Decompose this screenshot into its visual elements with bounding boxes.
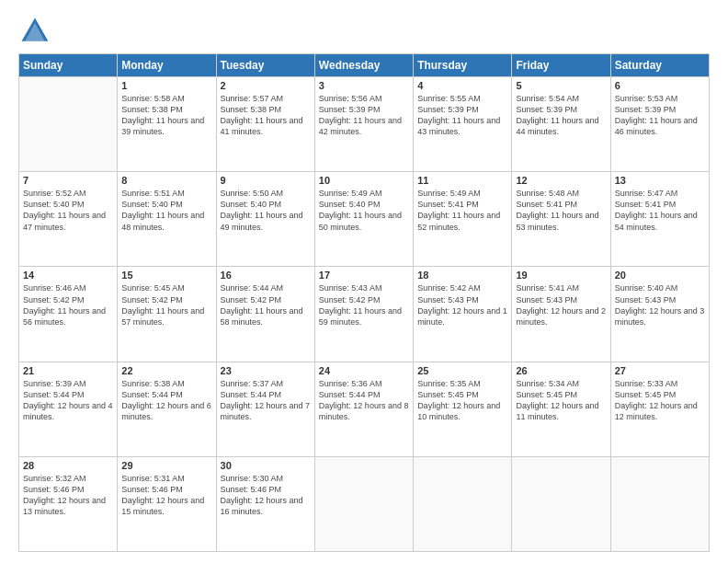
day-number: 7 xyxy=(23,175,113,186)
cell-info: Sunrise: 5:42 AMSunset: 5:43 PMDaylight:… xyxy=(417,282,507,327)
day-number: 29 xyxy=(121,460,211,471)
calendar-cell: 28Sunrise: 5:32 AMSunset: 5:46 PMDayligh… xyxy=(19,456,118,551)
cell-info: Sunrise: 5:32 AMSunset: 5:46 PMDaylight:… xyxy=(23,473,113,518)
cell-info: Sunrise: 5:35 AMSunset: 5:45 PMDaylight:… xyxy=(417,378,507,423)
cell-info: Sunrise: 5:45 AMSunset: 5:42 PMDaylight:… xyxy=(121,282,211,327)
cell-info: Sunrise: 5:38 AMSunset: 5:44 PMDaylight:… xyxy=(121,378,211,423)
cell-info: Sunrise: 5:51 AMSunset: 5:40 PMDaylight:… xyxy=(121,188,211,233)
day-number: 22 xyxy=(121,365,211,376)
cell-info: Sunrise: 5:41 AMSunset: 5:43 PMDaylight:… xyxy=(516,282,606,327)
weekday-header: Saturday xyxy=(610,54,709,77)
calendar-cell: 21Sunrise: 5:39 AMSunset: 5:44 PMDayligh… xyxy=(19,362,118,456)
day-number: 1 xyxy=(121,80,211,91)
calendar-cell: 9Sunrise: 5:50 AMSunset: 5:40 PMDaylight… xyxy=(216,172,314,267)
calendar-cell: 17Sunrise: 5:43 AMSunset: 5:42 PMDayligh… xyxy=(314,267,413,362)
calendar-cell: 29Sunrise: 5:31 AMSunset: 5:46 PMDayligh… xyxy=(118,456,216,551)
cell-info: Sunrise: 5:40 AMSunset: 5:43 PMDaylight:… xyxy=(615,282,705,327)
cell-info: Sunrise: 5:43 AMSunset: 5:42 PMDaylight:… xyxy=(319,282,409,327)
day-number: 26 xyxy=(516,365,606,376)
cell-info: Sunrise: 5:33 AMSunset: 5:45 PMDaylight:… xyxy=(615,378,705,423)
calendar-cell xyxy=(414,456,512,551)
day-number: 9 xyxy=(221,175,311,186)
logo xyxy=(18,15,53,48)
weekday-header: Sunday xyxy=(19,54,118,77)
day-number: 13 xyxy=(615,175,705,186)
calendar-cell: 20Sunrise: 5:40 AMSunset: 5:43 PMDayligh… xyxy=(610,267,709,362)
day-number: 16 xyxy=(221,270,311,281)
day-number: 20 xyxy=(615,270,705,281)
cell-info: Sunrise: 5:34 AMSunset: 5:45 PMDaylight:… xyxy=(516,378,606,423)
day-number: 23 xyxy=(221,365,311,376)
calendar-cell: 15Sunrise: 5:45 AMSunset: 5:42 PMDayligh… xyxy=(118,267,216,362)
cell-info: Sunrise: 5:31 AMSunset: 5:46 PMDaylight:… xyxy=(121,473,211,518)
cell-info: Sunrise: 5:52 AMSunset: 5:40 PMDaylight:… xyxy=(23,188,113,233)
calendar-cell: 11Sunrise: 5:49 AMSunset: 5:41 PMDayligh… xyxy=(414,172,512,267)
weekday-header: Thursday xyxy=(414,54,512,77)
calendar-cell: 19Sunrise: 5:41 AMSunset: 5:43 PMDayligh… xyxy=(512,267,610,362)
calendar-cell: 24Sunrise: 5:36 AMSunset: 5:44 PMDayligh… xyxy=(314,362,413,456)
cell-info: Sunrise: 5:30 AMSunset: 5:46 PMDaylight:… xyxy=(221,473,311,518)
calendar-cell: 8Sunrise: 5:51 AMSunset: 5:40 PMDaylight… xyxy=(118,172,216,267)
day-number: 25 xyxy=(417,365,507,376)
calendar-cell: 1Sunrise: 5:58 AMSunset: 5:38 PMDaylight… xyxy=(118,77,216,172)
calendar-cell: 27Sunrise: 5:33 AMSunset: 5:45 PMDayligh… xyxy=(610,362,709,456)
day-number: 5 xyxy=(516,80,606,91)
cell-info: Sunrise: 5:49 AMSunset: 5:41 PMDaylight:… xyxy=(417,188,507,233)
day-number: 28 xyxy=(23,460,113,471)
calendar-cell xyxy=(512,456,610,551)
calendar-cell: 6Sunrise: 5:53 AMSunset: 5:39 PMDaylight… xyxy=(610,77,709,172)
calendar-cell: 18Sunrise: 5:42 AMSunset: 5:43 PMDayligh… xyxy=(414,267,512,362)
page: SundayMondayTuesdayWednesdayThursdayFrid… xyxy=(0,0,728,563)
day-number: 10 xyxy=(319,175,409,186)
day-number: 6 xyxy=(615,80,705,91)
weekday-header: Wednesday xyxy=(314,54,413,77)
calendar-cell: 25Sunrise: 5:35 AMSunset: 5:45 PMDayligh… xyxy=(414,362,512,456)
day-number: 3 xyxy=(319,80,409,91)
calendar-cell: 26Sunrise: 5:34 AMSunset: 5:45 PMDayligh… xyxy=(512,362,610,456)
day-number: 15 xyxy=(121,270,211,281)
calendar-cell: 22Sunrise: 5:38 AMSunset: 5:44 PMDayligh… xyxy=(118,362,216,456)
day-number: 14 xyxy=(23,270,113,281)
weekday-header: Tuesday xyxy=(216,54,314,77)
calendar-table: SundayMondayTuesdayWednesdayThursdayFrid… xyxy=(18,53,710,552)
cell-info: Sunrise: 5:57 AMSunset: 5:38 PMDaylight:… xyxy=(221,93,311,138)
day-number: 4 xyxy=(417,80,507,91)
cell-info: Sunrise: 5:54 AMSunset: 5:39 PMDaylight:… xyxy=(516,93,606,138)
day-number: 12 xyxy=(516,175,606,186)
cell-info: Sunrise: 5:49 AMSunset: 5:40 PMDaylight:… xyxy=(319,188,409,233)
calendar-cell: 23Sunrise: 5:37 AMSunset: 5:44 PMDayligh… xyxy=(216,362,314,456)
calendar-cell: 3Sunrise: 5:56 AMSunset: 5:39 PMDaylight… xyxy=(314,77,413,172)
weekday-header: Monday xyxy=(118,54,216,77)
calendar-cell: 7Sunrise: 5:52 AMSunset: 5:40 PMDaylight… xyxy=(19,172,118,267)
cell-info: Sunrise: 5:36 AMSunset: 5:44 PMDaylight:… xyxy=(319,378,409,423)
day-number: 19 xyxy=(516,270,606,281)
calendar-cell xyxy=(19,77,118,172)
calendar-cell xyxy=(610,456,709,551)
day-number: 2 xyxy=(221,80,311,91)
header xyxy=(18,15,710,48)
cell-info: Sunrise: 5:56 AMSunset: 5:39 PMDaylight:… xyxy=(319,93,409,138)
day-number: 18 xyxy=(417,270,507,281)
day-number: 11 xyxy=(417,175,507,186)
cell-info: Sunrise: 5:46 AMSunset: 5:42 PMDaylight:… xyxy=(23,282,113,327)
calendar-cell: 16Sunrise: 5:44 AMSunset: 5:42 PMDayligh… xyxy=(216,267,314,362)
calendar-cell xyxy=(314,456,413,551)
cell-info: Sunrise: 5:50 AMSunset: 5:40 PMDaylight:… xyxy=(221,188,311,233)
calendar-week-row: 7Sunrise: 5:52 AMSunset: 5:40 PMDaylight… xyxy=(19,172,710,267)
calendar-week-row: 1Sunrise: 5:58 AMSunset: 5:38 PMDaylight… xyxy=(19,77,710,172)
cell-info: Sunrise: 5:53 AMSunset: 5:39 PMDaylight:… xyxy=(615,93,705,138)
day-number: 8 xyxy=(121,175,211,186)
cell-info: Sunrise: 5:37 AMSunset: 5:44 PMDaylight:… xyxy=(221,378,311,423)
calendar-week-row: 21Sunrise: 5:39 AMSunset: 5:44 PMDayligh… xyxy=(19,362,710,456)
calendar-week-row: 14Sunrise: 5:46 AMSunset: 5:42 PMDayligh… xyxy=(19,267,710,362)
cell-info: Sunrise: 5:48 AMSunset: 5:41 PMDaylight:… xyxy=(516,188,606,233)
day-number: 17 xyxy=(319,270,409,281)
day-number: 24 xyxy=(319,365,409,376)
cell-info: Sunrise: 5:39 AMSunset: 5:44 PMDaylight:… xyxy=(23,378,113,423)
calendar-cell: 4Sunrise: 5:55 AMSunset: 5:39 PMDaylight… xyxy=(414,77,512,172)
cell-info: Sunrise: 5:58 AMSunset: 5:38 PMDaylight:… xyxy=(121,93,211,138)
day-number: 30 xyxy=(221,460,311,471)
cell-info: Sunrise: 5:44 AMSunset: 5:42 PMDaylight:… xyxy=(221,282,311,327)
calendar-cell: 13Sunrise: 5:47 AMSunset: 5:41 PMDayligh… xyxy=(610,172,709,267)
calendar-cell: 2Sunrise: 5:57 AMSunset: 5:38 PMDaylight… xyxy=(216,77,314,172)
